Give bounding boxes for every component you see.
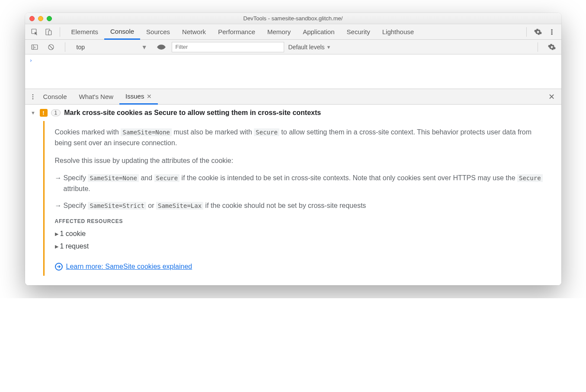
main-tabs: Elements Console Sources Network Perform… — [65, 24, 521, 40]
drawer-more-icon[interactable] — [29, 93, 37, 100]
log-levels-label: Default levels — [288, 44, 325, 51]
devtools-window: DevTools - samesite-sandbox.glitch.me/ E… — [25, 13, 561, 285]
settings-gear-icon[interactable] — [532, 26, 544, 38]
separator — [526, 27, 527, 37]
svg-point-11 — [32, 98, 33, 99]
device-toolbar-icon[interactable] — [42, 26, 54, 38]
code-snippet: SameSite=Lax — [156, 202, 203, 210]
drawer-tab-bar: Console What's New Issues ✕ ✕ — [25, 89, 561, 105]
drawer-tab-label: Issues — [125, 92, 144, 100]
titlebar: DevTools - samesite-sandbox.glitch.me/ — [25, 13, 561, 24]
issue-count-badge: 1 — [51, 109, 61, 116]
console-filter-input[interactable] — [172, 42, 284, 52]
tab-lighthouse[interactable]: Lighthouse — [376, 24, 420, 40]
drawer-tab-console[interactable]: Console — [37, 89, 73, 105]
svg-point-8 — [160, 46, 162, 48]
chevron-down-icon: ▼ — [327, 45, 331, 50]
warning-icon: ! — [40, 109, 48, 117]
separator — [65, 42, 65, 52]
console-output[interactable]: › — [25, 54, 561, 89]
issue-bullet: → Specify SameSite=None and Secure if th… — [55, 173, 548, 194]
svg-rect-2 — [48, 31, 51, 35]
code-snippet: SameSite=None — [88, 174, 139, 182]
tab-network[interactable]: Network — [176, 24, 212, 40]
circle-arrow-icon — [55, 263, 63, 271]
issues-panel: ▼ ! 1 Mark cross-site cookies as Secure … — [25, 105, 561, 285]
log-levels-select[interactable]: Default levels ▼ — [288, 44, 331, 51]
main-tab-bar: Elements Console Sources Network Perform… — [25, 24, 561, 40]
tab-elements[interactable]: Elements — [65, 24, 105, 40]
issue-paragraph: Resolve this issue by updating the attri… — [55, 156, 548, 166]
affected-resources-header: AFFECTED RESOURCES — [55, 217, 548, 226]
learn-more-link[interactable]: Learn more: SameSite cookies explained — [66, 261, 192, 272]
execution-context-select[interactable]: top ▼ — [73, 43, 151, 51]
console-sidebar-toggle-icon[interactable] — [29, 41, 41, 53]
drawer-close-icon[interactable]: ✕ — [546, 92, 558, 102]
drawer-tab-whats-new[interactable]: What's New — [73, 89, 120, 105]
separator — [538, 42, 538, 52]
more-menu-icon[interactable] — [546, 26, 558, 38]
issue-paragraph: Cookies marked with SameSite=None must a… — [55, 127, 548, 149]
svg-point-3 — [551, 29, 552, 31]
console-prompt-icon: › — [29, 57, 33, 64]
svg-point-4 — [551, 31, 552, 32]
svg-point-10 — [32, 96, 33, 97]
arrow-icon: → — [55, 173, 62, 194]
affected-resource-item[interactable]: ▶ 1 request — [55, 241, 548, 252]
separator — [60, 27, 60, 37]
learn-more-row: Learn more: SameSite cookies explained — [55, 261, 548, 272]
execution-context-label: top — [77, 44, 85, 51]
arrow-icon: → — [55, 201, 62, 211]
disclosure-triangle-icon: ▶ — [55, 243, 58, 250]
code-snippet: Secure — [154, 174, 180, 182]
console-settings-gear-icon[interactable] — [546, 41, 558, 53]
tab-sources[interactable]: Sources — [140, 24, 176, 40]
close-tab-icon[interactable]: ✕ — [147, 93, 152, 100]
disclosure-triangle-icon[interactable]: ▼ — [30, 110, 36, 115]
issue-bullet: → Specify SameSite=Strict or SameSite=La… — [55, 201, 548, 211]
clear-console-icon[interactable] — [45, 41, 57, 53]
affected-resource-label: 1 cookie — [60, 229, 86, 239]
tab-console[interactable]: Console — [104, 24, 140, 40]
issue-header[interactable]: ▼ ! 1 Mark cross-site cookies as Secure … — [30, 109, 556, 117]
code-snippet: SameSite=None — [121, 128, 172, 136]
code-snippet: Secure — [254, 128, 279, 136]
tab-security[interactable]: Security — [341, 24, 376, 40]
affected-resource-label: 1 request — [60, 241, 89, 252]
drawer-tab-label: Console — [43, 93, 67, 100]
chevron-down-icon: ▼ — [141, 44, 147, 51]
issue-title: Mark cross-site cookies as Secure to all… — [64, 109, 321, 117]
svg-point-5 — [551, 33, 552, 35]
svg-point-9 — [32, 94, 33, 96]
drawer-tab-issues[interactable]: Issues ✕ — [119, 89, 158, 105]
tab-memory[interactable]: Memory — [261, 24, 297, 40]
code-snippet: Secure — [517, 174, 543, 182]
inspect-element-icon[interactable] — [29, 26, 41, 38]
live-expression-icon[interactable] — [155, 41, 167, 53]
console-toolbar: top ▼ Default levels ▼ — [25, 40, 561, 54]
window-title: DevTools - samesite-sandbox.glitch.me/ — [25, 15, 561, 22]
code-snippet: SameSite=Strict — [88, 202, 146, 210]
drawer-tab-label: What's New — [79, 93, 114, 100]
issue-body: Cookies marked with SameSite=None must a… — [43, 121, 556, 276]
tab-performance[interactable]: Performance — [212, 24, 261, 40]
tab-application[interactable]: Application — [297, 24, 340, 40]
disclosure-triangle-icon: ▶ — [55, 230, 58, 238]
affected-resource-item[interactable]: ▶ 1 cookie — [55, 229, 548, 239]
